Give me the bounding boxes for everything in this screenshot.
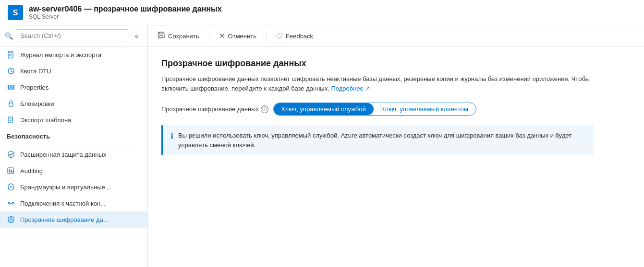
toolbar-divider2 xyxy=(266,31,267,41)
header: S aw-server0406 — прозрачное шифрование … xyxy=(0,0,644,25)
sidebar-item-quota[interactable]: Квота DTU xyxy=(0,63,147,79)
sidebar-item-advanced-security[interactable]: Расширенная защита данных xyxy=(0,146,147,163)
content-title: Прозрачное шифрование данных xyxy=(161,58,631,69)
sidebar-item-properties[interactable]: Properties xyxy=(0,79,147,95)
header-title: aw-server0406 — прозрачное шифрование да… xyxy=(29,5,222,13)
svg-rect-7 xyxy=(8,85,9,90)
tde-toggle-group: Ключ, управляемый службой Ключ, управляе… xyxy=(273,103,476,116)
save-icon xyxy=(158,31,165,41)
sidebar-item-firewalls[interactable]: Брандмауэры и виртуальные... xyxy=(0,179,147,195)
content-desc-text: Прозрачное шифрование данных позволяет ш… xyxy=(161,75,590,92)
feedback-label: Feedback xyxy=(286,33,313,40)
cancel-label: Отменить xyxy=(228,33,256,40)
advanced-security-icon xyxy=(7,150,15,159)
tde-field-row: Прозрачное шифрование данных ⓘ Ключ, упр… xyxy=(161,103,631,116)
sidebar-item-auditing-label: Auditing xyxy=(20,167,43,174)
cancel-button[interactable]: ✕ Отменить xyxy=(219,30,256,42)
sidebar: 🔍 « Журнал импорта и экспорта Квота DTU xyxy=(0,25,148,267)
svg-rect-10 xyxy=(13,85,14,90)
sidebar-item-locks[interactable]: Блокировки xyxy=(0,95,147,112)
info-box-text: Вы решили использовать ключ, управляемый… xyxy=(178,131,586,150)
save-button[interactable]: Сохранить xyxy=(158,29,199,43)
svg-rect-9 xyxy=(12,85,12,90)
security-section-header: Безопасность xyxy=(0,128,147,142)
main-layout: 🔍 « Журнал импорта и экспорта Квота DTU xyxy=(0,25,644,267)
svg-rect-17 xyxy=(11,170,12,173)
info-box: ℹ Вы решили использовать ключ, управляем… xyxy=(161,125,594,155)
svg-rect-16 xyxy=(9,169,10,173)
sidebar-item-private-connections-label: Подключения к частной кон... xyxy=(20,200,106,207)
content-body: Прозрачное шифрование данных Прозрачное … xyxy=(148,47,644,267)
svg-point-20 xyxy=(12,202,14,204)
lock-icon xyxy=(7,99,15,108)
toggle-customer-managed[interactable]: Ключ, управляемый клиентом xyxy=(374,103,476,115)
sidebar-item-journal-label: Журнал импорта и экспорта xyxy=(20,51,101,58)
journal-icon xyxy=(7,50,15,59)
sidebar-item-export-template[interactable]: Экспорт шаблона xyxy=(0,112,147,128)
content-description: Прозрачное шифрование данных позволяет ш… xyxy=(161,74,594,93)
save-label: Сохранить xyxy=(168,33,199,40)
sidebar-scroll: Журнал импорта и экспорта Квота DTU Prop… xyxy=(0,46,147,267)
sidebar-item-quota-label: Квота DTU xyxy=(20,68,51,75)
toolbar: Сохранить ✕ Отменить ♡ Feedback xyxy=(148,25,644,47)
content-area: Сохранить ✕ Отменить ♡ Feedback Прозрачн… xyxy=(148,25,644,267)
sidebar-item-tde[interactable]: Прозрачное шифрование да... xyxy=(0,211,147,228)
private-connection-icon xyxy=(7,199,15,208)
azure-sql-icon: S xyxy=(8,5,23,20)
header-titles: aw-server0406 — прозрачное шифрование да… xyxy=(29,5,222,20)
header-subtitle: SQL Server xyxy=(29,13,222,20)
auditing-icon xyxy=(7,166,15,175)
sidebar-item-journal[interactable]: Журнал импорта и экспорта xyxy=(0,46,147,63)
search-input[interactable] xyxy=(16,29,128,42)
collapse-button[interactable]: « xyxy=(131,30,143,42)
sidebar-item-tde-label: Прозрачное шифрование да... xyxy=(20,216,109,223)
svg-rect-8 xyxy=(10,85,11,90)
security-divider xyxy=(7,144,141,144)
info-icon[interactable]: ⓘ xyxy=(261,105,268,113)
sidebar-item-export-template-label: Экспорт шаблона xyxy=(20,116,71,124)
export-template-icon xyxy=(7,116,15,124)
search-bar: 🔍 « xyxy=(0,25,147,46)
sidebar-item-private-connections[interactable]: Подключения к частной кон... xyxy=(0,195,147,211)
properties-icon xyxy=(7,83,15,92)
svg-rect-22 xyxy=(10,219,12,221)
learn-more-link[interactable]: Подробнее ↗ xyxy=(331,85,370,92)
svg-rect-2 xyxy=(8,51,13,58)
toolbar-divider xyxy=(209,31,209,41)
quota-icon xyxy=(7,67,15,75)
svg-text:S: S xyxy=(13,9,18,17)
toggle-service-managed[interactable]: Ключ, управляемый службой xyxy=(274,103,374,115)
sidebar-item-locks-label: Блокировки xyxy=(20,100,54,107)
feedback-button[interactable]: ♡ Feedback xyxy=(276,30,313,43)
cancel-icon: ✕ xyxy=(219,32,225,40)
sidebar-item-advanced-security-label: Расширенная защита данных xyxy=(20,151,106,158)
firewall-icon xyxy=(7,183,15,191)
heart-icon: ♡ xyxy=(276,32,283,41)
search-icon: 🔍 xyxy=(5,32,13,40)
tde-field-label-text: Прозрачное шифрование данных xyxy=(161,105,259,113)
svg-rect-11 xyxy=(9,103,13,106)
tde-icon xyxy=(7,215,15,224)
svg-rect-18 xyxy=(12,171,14,173)
svg-rect-12 xyxy=(8,117,12,123)
sidebar-item-auditing[interactable]: Auditing xyxy=(0,163,147,179)
info-box-icon: ℹ xyxy=(170,131,173,140)
svg-rect-23 xyxy=(160,35,163,38)
svg-point-19 xyxy=(8,202,10,204)
tde-field-label: Прозрачное шифрование данных ⓘ xyxy=(161,105,268,113)
sidebar-item-properties-label: Properties xyxy=(20,84,49,91)
sidebar-item-firewalls-label: Брандмауэры и виртуальные... xyxy=(20,184,110,191)
